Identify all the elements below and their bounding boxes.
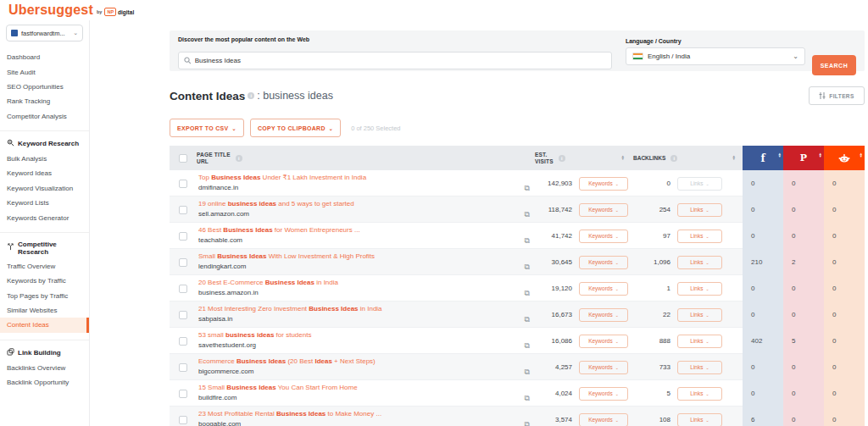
top-bar: Ubersuggest by NP digital [0,0,868,20]
sidebar-item-similar-websites[interactable]: Similar Websites [0,303,89,318]
table-row: 53 small business ideas for students sav… [170,328,865,354]
page-url: lendingkart.com [198,263,520,270]
reddit-column-header[interactable]: ▲▼ [824,146,865,170]
sidebar-item-dashboard[interactable]: Dashboard [0,50,89,64]
row-checkbox[interactable] [179,180,187,188]
page-title-link[interactable]: 21 Most Interesting Zero Investment Busi… [198,305,520,313]
keywords-button[interactable]: Keywords⌄ [579,361,628,374]
page-url: business.amazon.in [198,289,520,296]
sidebar-item-content-ideas[interactable]: Content Ideas [0,318,89,332]
row-checkbox[interactable] [179,232,187,241]
external-link-icon[interactable]: ⧉ [525,342,530,350]
sidebar-item-keywords-by-traffic[interactable]: Keywords by Traffic [0,274,89,288]
info-icon[interactable]: i [670,155,677,162]
links-button[interactable]: Links⌄ [677,282,722,296]
page-title: Content Ideas [170,90,245,102]
sidebar-item-bulk-analysis[interactable]: Bulk Analysis [0,152,89,166]
search-button[interactable]: SEARCH [812,55,856,75]
keywords-button[interactable]: Keywords⌄ [579,282,628,296]
row-checkbox[interactable] [179,416,187,424]
language-country-select[interactable]: English / India ⌄ [626,47,805,65]
sidebar-item-seo-opportunities[interactable]: SEO Opportunities [0,80,89,94]
sidebar-item-top-pages-by-traffic[interactable]: Top Pages by Traffic [0,289,89,303]
row-checkbox[interactable] [179,363,187,372]
external-link-icon[interactable]: ⧉ [525,185,530,192]
links-button[interactable]: Links⌄ [677,387,722,401]
links-button[interactable]: Links⌄ [677,230,722,243]
links-button[interactable]: Links⌄ [677,203,722,217]
page-title-link[interactable]: Small Business Ideas With Low Investment… [198,252,520,260]
content-search-box[interactable] [178,52,612,69]
copy-to-clipboard-label: COPY TO CLIPBOARD [258,125,326,131]
keywords-button[interactable]: Keywords⌄ [579,177,628,191]
links-button[interactable]: Links⌄ [677,361,722,374]
page-title-link[interactable]: 15 Small Business Ideas You Can Start Fr… [198,384,520,391]
est-visits-value: 142,903 [535,180,577,187]
external-link-icon[interactable]: ⧉ [525,211,530,219]
sidebar-item-competitor-analysis[interactable]: Competitor Analysis [0,109,89,124]
copy-to-clipboard-button[interactable]: COPY TO CLIPBOARD ⌄ [250,119,341,137]
row-checkbox[interactable] [179,206,187,214]
sidebar-item-backlink-opportunity[interactable]: Backlink Opportunity [0,375,89,390]
sort-backlinks[interactable]: ▲▼ [732,156,736,161]
sort-reddit[interactable]: ▲▼ [860,153,863,158]
export-to-csv-button[interactable]: EXPORT TO CSV ⌄ [170,119,244,137]
links-button[interactable]: Links⌄ [677,308,722,322]
page-title-link[interactable]: 20 Best E-Commerce Business Ideas in Ind… [198,279,520,286]
filters-icon [819,92,826,99]
external-link-icon[interactable]: ⧉ [525,316,530,324]
page-title-link[interactable]: 19 online business ideas and 5 ways to g… [198,200,520,207]
page-title-link[interactable]: 53 small business ideas for students [198,331,520,339]
info-icon[interactable]: i [236,155,242,162]
page-title-link[interactable]: Top Business Ideas Under ₹1 Lakh Investm… [198,174,520,181]
external-link-icon[interactable]: ⧉ [525,263,530,271]
sort-pinterest[interactable]: ▲▼ [819,153,822,158]
sidebar-item-keywords-generator[interactable]: Keywords Generator [0,210,89,224]
external-link-icon[interactable]: ⧉ [525,368,530,376]
keywords-button[interactable]: Keywords⌄ [579,335,628,348]
sort-visits[interactable]: ▲▼ [621,156,625,161]
sidebar-item-keyword-ideas[interactable]: Keyword Ideas [0,166,89,180]
sidebar-item-keyword-lists[interactable]: Keyword Lists [0,196,89,210]
sort-facebook[interactable]: ▲▼ [778,153,782,158]
external-link-icon[interactable]: ⧉ [525,421,530,426]
select-all-checkbox[interactable] [179,154,187,163]
sidebar-item-rank-tracking[interactable]: Rank Tracking [0,94,89,108]
info-icon[interactable]: i [559,155,565,162]
sidebar-item-site-audit[interactable]: Site Audit [0,64,89,79]
keywords-button[interactable]: Keywords⌄ [579,230,628,243]
row-checkbox[interactable] [179,258,187,267]
page-title-link[interactable]: 23 Most Profitable Rental Business Ideas… [198,410,520,418]
page-url: dmifinance.in [198,184,520,191]
keywords-button[interactable]: Keywords⌄ [579,387,628,401]
row-checkbox[interactable] [179,285,187,293]
row-checkbox[interactable] [179,311,187,319]
pinterest-column-header[interactable]: P ▲▼ [783,146,824,170]
page-title-link[interactable]: 46 Best Business Ideas for Women Entrepr… [198,226,520,234]
links-button[interactable]: Links⌄ [677,256,722,269]
external-link-icon[interactable]: ⧉ [525,237,530,245]
row-checkbox[interactable] [179,390,187,398]
facebook-column-header[interactable]: f ▲▼ [743,146,783,170]
reddit-count: 0 [824,380,865,407]
sidebar-item-traffic-overview[interactable]: Traffic Overview [0,259,89,274]
facebook-count: 6 [743,407,783,426]
links-button[interactable]: Links⌄ [677,335,722,348]
sidebar-item-keyword-visualization[interactable]: Keyword Visualization [0,181,89,196]
links-button[interactable]: Links⌄ [677,413,722,426]
facebook-count: 0 [743,380,783,407]
keywords-button[interactable]: Keywords⌄ [579,256,628,269]
row-checkbox[interactable] [179,337,187,346]
keywords-button[interactable]: Keywords⌄ [579,203,628,217]
workspace-selector[interactable]: fastforwardtm... ⌄ [6,25,83,41]
external-link-icon[interactable]: ⧉ [525,290,530,297]
search-input[interactable] [195,57,606,64]
external-link-icon[interactable]: ⧉ [525,395,530,402]
keywords-button[interactable]: Keywords⌄ [579,308,628,322]
sidebar-item-backlinks-overview[interactable]: Backlinks Overview [0,361,89,375]
info-icon[interactable]: i [248,92,254,99]
keywords-button[interactable]: Keywords⌄ [579,413,628,426]
filters-button[interactable]: FILTERS [809,86,865,105]
reddit-count: 0 [824,328,865,354]
page-title-link[interactable]: Ecommerce Business Ideas (20 Best Ideas … [198,357,520,365]
